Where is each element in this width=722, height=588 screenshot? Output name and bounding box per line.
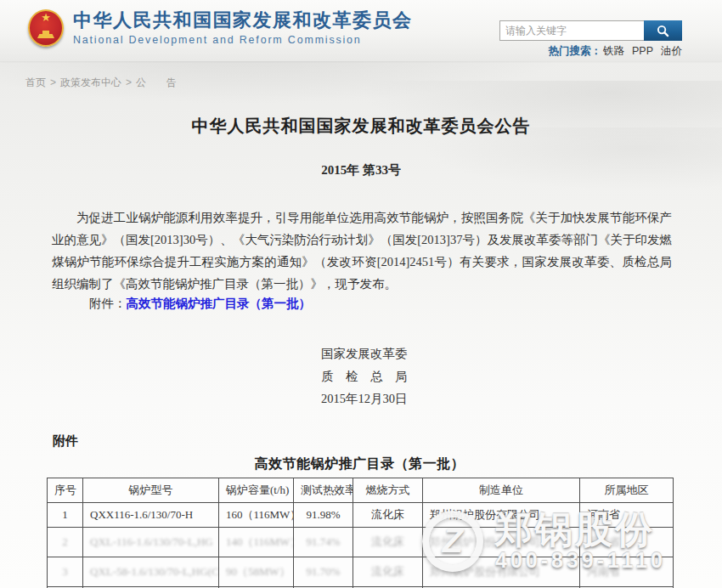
breadcrumb-current-announcement: 公 告	[136, 76, 177, 88]
table-row-blurred: 3 QXL-58-1.6/130/70-L,HG(C) 90（58MW） 91.…	[48, 557, 674, 587]
attachment-section-heading: 附件	[53, 433, 78, 449]
boiler-catalog-table: 序号 锅炉型号 锅炉容量(t/h) 测试热效率 燃烧方式 制造单位 所属地区 1…	[47, 478, 674, 588]
hot-search-bar: 热门搜索：铁路PPP油价	[548, 44, 682, 59]
col-header-seq: 序号	[48, 478, 83, 503]
cell-manufacturer: 郑州锅炉股份有限公司	[423, 557, 580, 587]
site-title-english: National Development and Reform Commissi…	[73, 33, 413, 47]
cell-capacity: 160（116MW）	[219, 503, 294, 528]
col-header-model: 锅炉型号	[83, 478, 219, 503]
national-emblem-icon	[28, 9, 64, 47]
cell-efficiency: 91.74%	[294, 528, 353, 557]
col-header-region: 所属地区	[580, 478, 674, 503]
search-area	[499, 20, 682, 41]
breadcrumb-separator: >	[50, 76, 56, 88]
announcement-paragraph: 为促进工业锅炉能源利用效率提升，引导用能单位选用高效节能锅炉，按照国务院《关于加…	[52, 206, 672, 295]
col-header-capacity: 锅炉容量(t/h)	[219, 478, 294, 503]
cell-capacity: 90（58MW）	[219, 557, 294, 587]
background-wave	[0, 49, 722, 160]
attachment-link[interactable]: 高效节能锅炉推广目录（第一批）	[127, 297, 312, 310]
cell-model: QXX116-1.6/130/70-H	[83, 503, 219, 528]
attachment-line: 附件：高效节能锅炉推广目录（第一批）	[52, 296, 672, 312]
table-header-row: 序号 锅炉型号 锅炉容量(t/h) 测试热效率 燃烧方式 制造单位 所属地区	[48, 478, 674, 503]
hot-search-item-railway[interactable]: 铁路	[603, 45, 624, 57]
breadcrumb-policy-center[interactable]: 政策发布中心	[60, 76, 121, 88]
search-input[interactable]	[499, 20, 644, 41]
cell-seq: 1	[48, 503, 83, 528]
site-title-block: 中华人民共和国国家发展和改革委员会 National Development a…	[73, 9, 413, 47]
catalog-table-title: 高效节能锅炉推广目录（第一批）	[47, 455, 673, 473]
header-banner: 中华人民共和国国家发展和改革委员会 National Development a…	[0, 0, 722, 61]
search-icon	[657, 25, 669, 37]
col-header-manufacturer: 制造单位	[423, 478, 580, 503]
hot-search-item-ppp[interactable]: PPP	[632, 45, 653, 57]
cell-capacity: 140（116MW）	[219, 528, 294, 557]
cell-efficiency: 91.98%	[294, 503, 353, 528]
cell-seq: 3	[48, 557, 83, 587]
cell-region: 河南省	[580, 503, 674, 528]
attachment-label: 附件：	[89, 297, 127, 310]
ndrc-announcement-page: { "header": { "site_title_cn": "中华人民共和国国…	[0, 0, 722, 588]
announcement-number: 2015年 第33号	[0, 162, 722, 178]
col-header-efficiency: 测试热效率	[294, 478, 353, 503]
announcement-title: 中华人民共和国国家发展和改革委员会公告	[0, 115, 722, 138]
site-title-chinese: 中华人民共和国国家发展和改革委员会	[73, 9, 413, 31]
signature-date: 2015年12月30日	[321, 387, 408, 410]
breadcrumb-home[interactable]: 首页	[25, 76, 46, 88]
cell-model: QXL-58-1.6/130/70-L,HG(C)	[83, 557, 219, 587]
search-button[interactable]	[644, 20, 682, 41]
cell-manufacturer: 郑州锅炉股份有限公司	[423, 528, 580, 557]
cell-combustion: 流化床	[353, 528, 423, 557]
table-row: 1 QXX116-1.6/130/70-H 160（116MW） 91.98% …	[48, 503, 674, 528]
cell-efficiency: 91.70%	[294, 557, 353, 587]
cell-combustion: 流化床	[353, 557, 423, 587]
cell-seq: 2	[48, 528, 83, 557]
cell-model: QXL-116-1.6/130/70-L,HG	[83, 528, 219, 557]
cell-region: 河南省	[580, 528, 674, 557]
cell-manufacturer: 郑州锅炉股份有限公司	[423, 503, 580, 528]
col-header-combustion: 燃烧方式	[353, 478, 423, 503]
table-row-blurred: 2 QXL-116-1.6/130/70-L,HG 140（116MW） 91.…	[48, 528, 674, 557]
background-wave	[255, 81, 722, 200]
cell-combustion: 流化床	[353, 503, 423, 528]
hot-search-label: 热门搜索：	[548, 45, 601, 57]
signature-block: 国家发展改革委 质 检 总 局 2015年12月30日	[321, 342, 408, 410]
hot-search-item-oil[interactable]: 油价	[661, 45, 682, 57]
signature-agency-aqsiq: 质 检 总 局	[321, 365, 408, 388]
signature-agency-ndrc: 国家发展改革委	[321, 342, 408, 365]
cell-region: 河南省	[580, 557, 674, 587]
breadcrumb: 首页>政策发布中心>公 告	[25, 76, 177, 90]
breadcrumb-separator: >	[126, 76, 132, 88]
